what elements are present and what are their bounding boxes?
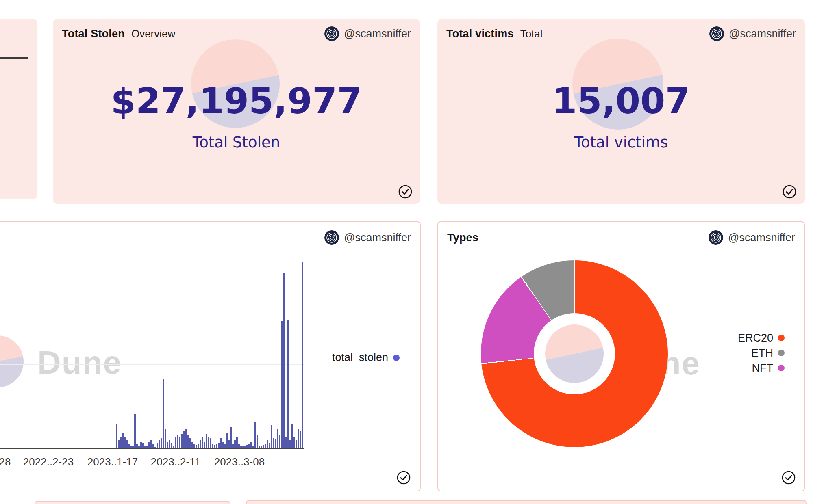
author-link[interactable]: @scamsniffer bbox=[324, 230, 411, 245]
bar-total-stolen[interactable] bbox=[228, 440, 230, 448]
bar-total-stolen[interactable] bbox=[296, 440, 297, 448]
bar-total-stolen[interactable] bbox=[150, 440, 152, 448]
bar-total-stolen[interactable] bbox=[116, 424, 117, 448]
author-link[interactable]: @scamsniffer bbox=[709, 230, 795, 245]
bar-total-stolen[interactable] bbox=[226, 433, 228, 448]
bar-total-stolen[interactable] bbox=[269, 443, 271, 448]
bar-total-stolen[interactable] bbox=[265, 444, 267, 448]
bar-total-stolen[interactable] bbox=[234, 440, 236, 448]
check-circle-icon[interactable] bbox=[781, 470, 796, 485]
bar-total-stolen[interactable] bbox=[283, 273, 285, 448]
bar-total-stolen[interactable] bbox=[183, 431, 185, 448]
author-link[interactable]: @scamsniffer bbox=[709, 26, 796, 41]
bar-total-stolen[interactable] bbox=[275, 439, 277, 448]
bar-total-stolen[interactable] bbox=[124, 437, 126, 448]
bar-total-stolen[interactable] bbox=[198, 444, 199, 448]
bar-total-stolen[interactable] bbox=[298, 429, 299, 448]
legend-item-eth[interactable]: ETH bbox=[751, 347, 785, 359]
bar-total-stolen[interactable] bbox=[191, 442, 193, 448]
bar-total-stolen[interactable] bbox=[252, 446, 254, 448]
bar-total-stolen[interactable] bbox=[130, 446, 132, 448]
bar-total-stolen[interactable] bbox=[244, 446, 246, 448]
bar-total-stolen[interactable] bbox=[120, 437, 122, 448]
bar-total-stolen[interactable] bbox=[193, 444, 195, 448]
legend-item-erc20[interactable]: ERC20 bbox=[738, 332, 785, 344]
bar-total-stolen[interactable] bbox=[242, 446, 244, 448]
bar-total-stolen[interactable] bbox=[173, 446, 175, 448]
bar-total-stolen[interactable] bbox=[277, 429, 279, 448]
bar-total-stolen[interactable] bbox=[202, 437, 203, 448]
bar-total-stolen[interactable] bbox=[257, 435, 259, 448]
bar-total-stolen[interactable] bbox=[212, 444, 213, 448]
bar-total-stolen[interactable] bbox=[187, 435, 189, 448]
bar-total-stolen[interactable] bbox=[169, 440, 171, 448]
bar-total-stolen[interactable] bbox=[248, 444, 250, 448]
bar-total-stolen[interactable] bbox=[208, 437, 209, 448]
bar-total-stolen[interactable] bbox=[246, 445, 248, 448]
bar-total-stolen[interactable] bbox=[206, 434, 207, 448]
bar-total-stolen[interactable] bbox=[167, 442, 169, 448]
bar-total-stolen[interactable] bbox=[154, 447, 156, 448]
bar-total-stolen[interactable] bbox=[261, 446, 263, 448]
bar-total-stolen[interactable] bbox=[118, 440, 120, 448]
bar-total-stolen[interactable] bbox=[293, 437, 295, 448]
bar-total-stolen[interactable] bbox=[218, 443, 220, 448]
bar-total-stolen[interactable] bbox=[138, 446, 140, 448]
bar-total-stolen[interactable] bbox=[281, 321, 283, 448]
bar-total-stolen[interactable] bbox=[210, 438, 211, 448]
check-circle-icon[interactable] bbox=[396, 470, 411, 485]
bar-total-stolen[interactable] bbox=[279, 435, 281, 448]
bar-total-stolen[interactable] bbox=[152, 444, 154, 448]
bar-total-stolen[interactable] bbox=[163, 379, 165, 448]
bar-total-stolen[interactable] bbox=[140, 442, 142, 448]
bar-total-stolen[interactable] bbox=[254, 422, 256, 448]
bar-total-stolen[interactable] bbox=[236, 437, 238, 448]
bar-total-stolen[interactable] bbox=[177, 435, 179, 448]
bar-total-stolen[interactable] bbox=[136, 444, 138, 448]
bar-total-stolen[interactable] bbox=[165, 429, 167, 448]
bar-total-stolen[interactable] bbox=[250, 442, 252, 448]
bar-total-stolen[interactable] bbox=[148, 442, 150, 448]
bar-total-stolen[interactable] bbox=[238, 444, 240, 448]
bar-total-stolen[interactable] bbox=[157, 443, 158, 448]
bar-total-stolen[interactable] bbox=[302, 262, 303, 448]
bar-total-stolen[interactable] bbox=[291, 424, 293, 448]
bar-total-stolen[interactable] bbox=[122, 433, 124, 448]
bar-total-stolen[interactable] bbox=[132, 446, 134, 448]
bar-total-stolen[interactable] bbox=[146, 446, 148, 448]
bar-total-stolen[interactable] bbox=[300, 431, 301, 448]
bar-total-stolen[interactable] bbox=[142, 443, 144, 448]
bar-total-stolen[interactable] bbox=[171, 443, 173, 448]
legend-item-nft[interactable]: NFT bbox=[752, 362, 785, 374]
bar-total-stolen[interactable] bbox=[134, 414, 136, 448]
bar-total-stolen[interactable] bbox=[128, 444, 130, 448]
author-link[interactable]: @scamsniffer bbox=[324, 26, 411, 41]
legend-item-total-stolen[interactable]: total_stolen bbox=[332, 351, 400, 364]
bar-total-stolen[interactable] bbox=[159, 440, 160, 448]
bar-total-stolen[interactable] bbox=[161, 438, 162, 448]
bar-total-stolen[interactable] bbox=[287, 320, 289, 448]
bar-total-stolen[interactable] bbox=[189, 438, 191, 448]
check-circle-icon[interactable] bbox=[782, 184, 797, 199]
bar-total-stolen[interactable] bbox=[222, 442, 224, 448]
bar-total-stolen[interactable] bbox=[289, 440, 291, 448]
bar-total-stolen[interactable] bbox=[181, 434, 183, 448]
bar-total-stolen[interactable] bbox=[230, 427, 232, 448]
bar-total-stolen[interactable] bbox=[179, 437, 181, 448]
bar-total-stolen[interactable] bbox=[259, 446, 261, 448]
bar-total-stolen[interactable] bbox=[240, 446, 242, 448]
bar-total-stolen[interactable] bbox=[204, 442, 205, 448]
bar-total-stolen[interactable] bbox=[285, 437, 287, 448]
bar-total-stolen[interactable] bbox=[232, 444, 234, 448]
bar-total-stolen[interactable] bbox=[214, 445, 215, 448]
bar-total-stolen[interactable] bbox=[220, 438, 222, 448]
bar-total-stolen[interactable] bbox=[126, 440, 128, 448]
bar-total-stolen[interactable] bbox=[175, 437, 177, 448]
bar-total-stolen[interactable] bbox=[271, 425, 273, 448]
bar-total-stolen[interactable] bbox=[200, 440, 201, 448]
bar-total-stolen[interactable] bbox=[216, 444, 217, 448]
check-circle-icon[interactable] bbox=[398, 184, 413, 199]
bar-total-stolen[interactable] bbox=[196, 445, 197, 448]
bar-total-stolen[interactable] bbox=[267, 440, 269, 448]
bar-total-stolen[interactable] bbox=[224, 444, 226, 448]
